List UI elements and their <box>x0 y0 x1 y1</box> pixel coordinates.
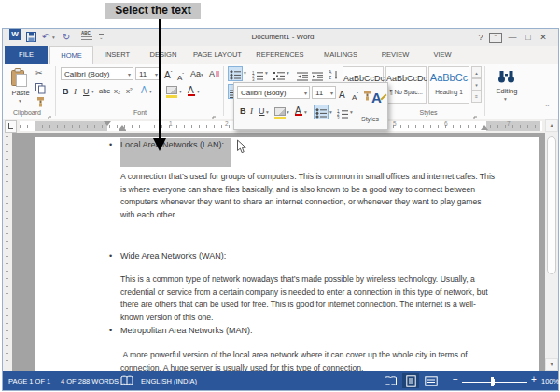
font-color-dropdown-icon[interactable]: ▾ <box>197 89 200 94</box>
vertical-scrollbar[interactable]: ▾ <box>545 133 558 371</box>
scroll-down-icon[interactable]: ▾ <box>545 358 558 371</box>
style-no-spacing[interactable]: AaBbCcDc ¶ No Spac... <box>385 66 427 104</box>
page-indicator[interactable]: PAGE 1 OF 1 <box>8 377 50 386</box>
zoom-out-icon[interactable]: − <box>453 375 458 385</box>
tab-home[interactable]: HOME <box>49 46 93 64</box>
editing-dropdown-icon[interactable]: ▾ <box>504 96 507 102</box>
first-line-indent-marker[interactable] <box>104 121 111 126</box>
mini-font-size-select[interactable]: 11▾ <box>312 86 336 99</box>
close-button[interactable]: ✕ <box>537 31 550 44</box>
paste-icon[interactable] <box>11 68 27 91</box>
underline-dropdown-icon[interactable]: ▾ <box>91 89 94 94</box>
collapse-ribbon-icon[interactable]: ⌃ <box>544 104 551 112</box>
text-effects-dropdown-icon[interactable]: ▾ <box>149 89 152 94</box>
zoom-slider-track[interactable] <box>462 382 527 383</box>
subscript-button[interactable]: x₂ <box>114 86 120 97</box>
mini-highlight-dropdown-icon[interactable]: ▾ <box>287 109 289 115</box>
tab-selector[interactable] <box>5 120 17 133</box>
paragraph-wan[interactable]: This is a common type of network nowaday… <box>120 273 497 324</box>
bullets-dropdown-icon[interactable]: ▾ <box>244 70 246 76</box>
heading-man[interactable]: Metropolitan Area Networks (MAN): <box>120 326 253 335</box>
language-indicator[interactable]: ENGLISH (INDIA) <box>141 377 197 386</box>
scrollbar-thumb[interactable] <box>547 136 556 274</box>
tab-design[interactable]: DESIGN <box>141 46 186 64</box>
spelling-grammar-icon[interactable]: ABC <box>81 32 93 43</box>
mini-bold-button[interactable]: B <box>240 106 246 116</box>
tab-mailings[interactable]: MAILINGS <box>313 46 369 64</box>
find-binoculars-icon[interactable] <box>497 70 515 87</box>
grow-font-button[interactable]: Aˆ <box>164 67 172 78</box>
heading-wan[interactable]: Wide Area Networks (WAN): <box>120 251 226 260</box>
bullets-button[interactable] <box>228 66 243 81</box>
clear-formatting-button[interactable]: A <box>209 68 219 79</box>
undo-icon[interactable]: ↶ <box>42 32 49 43</box>
tab-review[interactable]: REVIEW <box>371 46 420 64</box>
redo-icon[interactable]: ↻ <box>63 32 70 43</box>
undo-dropdown-icon[interactable]: ▾ <box>52 35 55 40</box>
font-size-select[interactable]: 11▾ <box>135 67 161 80</box>
word-count[interactable]: 4 OF 288 WORDS <box>61 377 119 386</box>
change-case-button[interactable]: Aa▾ <box>190 68 203 79</box>
highlight-dropdown-icon[interactable]: ▾ <box>179 89 182 94</box>
proofing-book-icon[interactable] <box>120 375 133 388</box>
tab-view[interactable]: VIEW <box>422 46 463 64</box>
mini-bullets-button[interactable] <box>314 105 329 119</box>
mini-highlight-button[interactable] <box>274 107 286 119</box>
mini-bullets-dropdown-icon[interactable]: ▾ <box>329 109 332 115</box>
zoom-slider-handle[interactable] <box>491 377 494 386</box>
cut-icon[interactable]: ✂ <box>35 68 43 77</box>
font-color-button[interactable]: A <box>188 85 194 96</box>
mini-numbering-dropdown-icon[interactable]: ▾ <box>350 109 353 115</box>
minimize-button[interactable]: — <box>506 31 519 44</box>
mini-italic-button[interactable]: I <box>250 106 253 116</box>
tab-page-layout[interactable]: PAGE LAYOUT <box>188 46 247 64</box>
web-layout-icon[interactable] <box>423 373 440 388</box>
superscript-button[interactable]: x² <box>126 86 133 97</box>
mini-font-family-select[interactable]: Calibri (Body)▾ <box>237 86 310 99</box>
font-family-select[interactable]: Calibri (Body)▾ <box>61 67 133 80</box>
help-button[interactable]: ? <box>474 31 487 44</box>
mini-underline-button[interactable]: U <box>259 106 265 116</box>
shrink-font-button[interactable]: Aˇ <box>177 69 184 80</box>
right-indent-marker[interactable] <box>481 125 488 130</box>
style-heading-1[interactable]: AaBbCc Heading 1 <box>428 66 469 104</box>
paste-button[interactable]: Paste <box>4 89 37 97</box>
maximize-button[interactable]: □ <box>522 31 535 44</box>
save-icon[interactable] <box>26 32 36 43</box>
scroll-up-icon[interactable]: ▴ <box>545 119 558 132</box>
tab-file[interactable]: FILE <box>5 46 48 64</box>
styles-more-icon[interactable]: ≡ <box>471 91 482 103</box>
italic-button[interactable]: I <box>74 86 77 97</box>
tab-insert[interactable]: INSERT <box>95 46 139 64</box>
strikethrough-button[interactable]: abc <box>99 86 110 97</box>
styles-scroll-down-icon[interactable]: ▾ <box>471 78 482 91</box>
editing-group-button[interactable]: Editing <box>484 87 529 95</box>
paragraph-lan[interactable]: A connection that’s used for groups of c… <box>120 171 497 221</box>
paragraph-man[interactable]: A more powerful version of the local are… <box>120 349 497 371</box>
read-mode-icon[interactable] <box>382 373 399 388</box>
mini-font-color-dropdown-icon[interactable]: ▾ <box>304 109 307 115</box>
mini-grow-font-button[interactable]: Aˆ <box>339 87 346 98</box>
multilevel-dropdown-icon[interactable]: ▾ <box>287 70 289 76</box>
zoom-in-icon[interactable]: + <box>531 375 537 385</box>
mini-font-color-button[interactable]: A <box>295 105 301 116</box>
tab-references[interactable]: REFERENCES <box>249 46 311 64</box>
mini-shrink-font-button[interactable]: Aˇ <box>352 89 358 100</box>
heading-lan[interactable]: Local Area Networks (LAN): <box>120 140 224 149</box>
qat-customize-icon[interactable]: ⌄ <box>99 34 104 40</box>
print-layout-icon[interactable] <box>402 373 419 388</box>
ribbon-display-options-icon[interactable]: ⌃ <box>489 33 502 43</box>
underline-button[interactable]: U <box>83 86 90 97</box>
svg-text:Z: Z <box>329 75 331 80</box>
mini-underline-dropdown-icon[interactable]: ▾ <box>266 109 269 115</box>
bold-button[interactable]: B <box>63 86 69 97</box>
styles-scroll-up-icon[interactable]: ▴ <box>471 66 482 78</box>
mini-numbering-icon[interactable]: 123 <box>337 106 349 123</box>
numbering-dropdown-icon[interactable]: ▾ <box>265 70 268 76</box>
text-effects-button[interactable]: A <box>141 85 147 96</box>
highlight-color-button[interactable] <box>166 86 177 98</box>
zoom-level[interactable]: 100% <box>541 377 559 386</box>
paste-dropdown-icon[interactable]: ▾ <box>19 98 21 104</box>
vertical-ruler[interactable] <box>3 133 12 371</box>
left-indent-marker[interactable] <box>119 130 126 131</box>
